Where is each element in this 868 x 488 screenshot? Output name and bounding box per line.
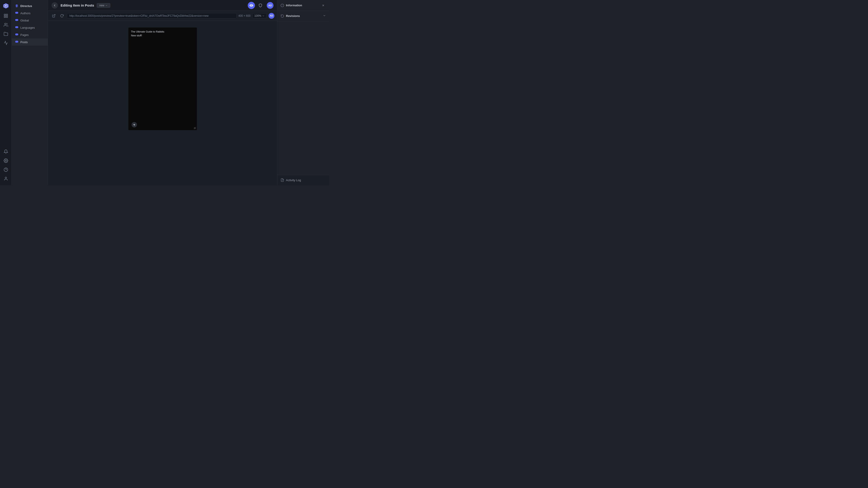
- svg-point-11: [5, 177, 6, 179]
- preview-title: The Ultimate Guide to Rabbits: [131, 30, 194, 34]
- user-icon[interactable]: [2, 175, 10, 183]
- preview-toolbar: http://localhost:3000/posts/preview/2?pr…: [48, 11, 277, 21]
- sidebar-item-languages[interactable]: Languages: [12, 24, 48, 31]
- svg-point-7: [4, 23, 6, 25]
- preview-frame: The Ultimate Guide to Rabbits New stuff!: [128, 28, 197, 130]
- revisions-icon: [281, 14, 284, 18]
- lightning-button[interactable]: [131, 122, 137, 127]
- help-icon[interactable]: [2, 166, 10, 174]
- refresh-button[interactable]: [59, 13, 65, 19]
- right-panel-header: Information: [277, 0, 329, 11]
- close-panel-button[interactable]: [320, 3, 326, 8]
- preview-content-area: The Ultimate Guide to Rabbits New stuff!: [48, 21, 277, 185]
- activity-log-section[interactable]: Activity Log: [277, 175, 329, 185]
- users-icon[interactable]: [2, 21, 10, 29]
- svg-line-17: [54, 14, 55, 16]
- sidebar-item-languages-label: Languages: [20, 26, 35, 29]
- sidebar-item-global-label: Global: [20, 19, 29, 22]
- topbar: Editing Item in Posts new AD: [48, 0, 277, 11]
- app-logo[interactable]: [2, 2, 9, 9]
- size-label: 400 × 600: [239, 14, 251, 18]
- app-name-label: Directus: [20, 4, 32, 8]
- content-icon[interactable]: [2, 12, 10, 20]
- url-bar[interactable]: http://localhost:3000/posts/preview/2?pr…: [67, 13, 237, 19]
- svg-rect-4: [6, 14, 7, 15]
- main-area: Editing Item in Posts new AD: [48, 0, 277, 185]
- activity-log-label: Activity Log: [286, 178, 301, 182]
- right-panel: Information Revisions Activity Log: [277, 0, 329, 185]
- revisions-chevron-icon: [323, 14, 326, 18]
- right-panel-title: Information: [286, 4, 319, 7]
- preview-toggle-button[interactable]: [248, 2, 255, 9]
- svg-marker-18: [133, 124, 135, 126]
- avatar[interactable]: AD: [267, 2, 274, 9]
- resize-handle[interactable]: [193, 127, 196, 129]
- svg-point-8: [5, 160, 6, 161]
- sidebar-item-global[interactable]: Global: [12, 17, 48, 24]
- sidebar-item-authors-label: Authors: [20, 11, 31, 15]
- sidebar-item-posts-label: Posts: [20, 40, 28, 44]
- preview-frame-content: The Ultimate Guide to Rabbits New stuff!: [128, 28, 197, 39]
- svg-rect-3: [4, 14, 5, 15]
- page-title: Editing Item in Posts: [61, 3, 94, 7]
- activity-log-icon: [281, 178, 284, 182]
- sidebar-item-pages[interactable]: Pages: [12, 31, 48, 38]
- svg-point-2: [5, 5, 6, 6]
- topbar-actions: [248, 2, 264, 9]
- insights-icon[interactable]: [2, 39, 10, 47]
- status-label: new: [99, 4, 104, 7]
- user-preview-avatar[interactable]: AD: [269, 13, 274, 19]
- shield-button[interactable]: [257, 2, 264, 9]
- sidebar-item-pages-label: Pages: [20, 33, 29, 37]
- sidebar: Directus Authors Global Languages P: [12, 0, 48, 185]
- revisions-section[interactable]: Revisions: [277, 11, 329, 21]
- external-link-button[interactable]: [51, 13, 57, 19]
- info-icon: [281, 4, 284, 7]
- zoom-control[interactable]: 100%: [252, 13, 267, 18]
- settings-icon[interactable]: [2, 157, 10, 165]
- status-badge[interactable]: new: [97, 3, 110, 8]
- preview-subtitle: New stuff!: [131, 34, 194, 37]
- notifications-icon[interactable]: [2, 148, 10, 156]
- svg-rect-6: [6, 16, 7, 18]
- right-panel-spacer: [277, 21, 329, 175]
- sidebar-header: Directus: [12, 2, 48, 9]
- files-icon[interactable]: [2, 30, 10, 38]
- preview-size: 400 × 600: [239, 14, 251, 18]
- icon-rail: [0, 0, 12, 185]
- sidebar-item-posts[interactable]: Posts: [12, 38, 48, 46]
- revisions-label: Revisions: [286, 14, 321, 18]
- zoom-label: 100%: [254, 14, 261, 18]
- sidebar-item-authors[interactable]: Authors: [12, 9, 48, 17]
- back-button[interactable]: [52, 2, 58, 8]
- svg-rect-5: [4, 16, 5, 18]
